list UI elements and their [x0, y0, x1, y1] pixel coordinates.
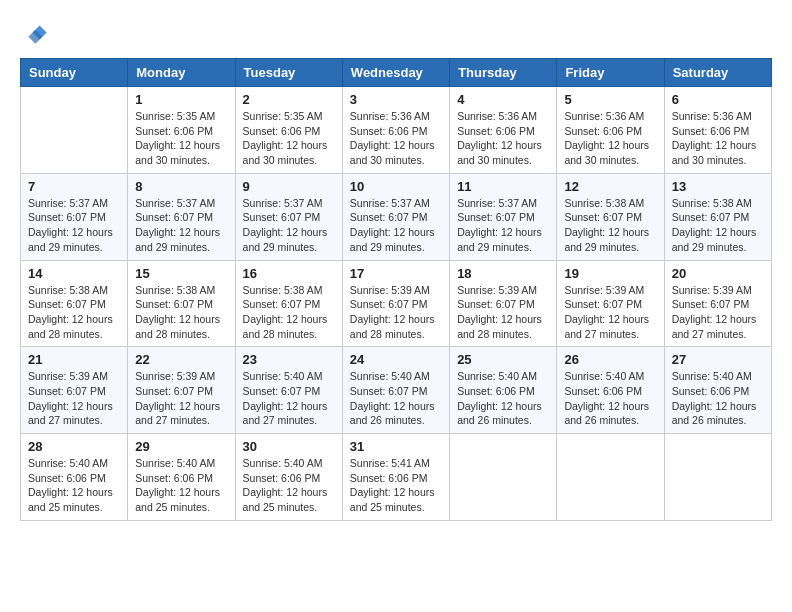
day-info: Sunrise: 5:37 AM Sunset: 6:07 PM Dayligh…	[350, 196, 442, 255]
day-number: 11	[457, 179, 549, 194]
calendar-header-monday: Monday	[128, 59, 235, 87]
calendar-week-row: 1Sunrise: 5:35 AM Sunset: 6:06 PM Daylig…	[21, 87, 772, 174]
day-info: Sunrise: 5:40 AM Sunset: 6:06 PM Dayligh…	[672, 369, 764, 428]
day-number: 15	[135, 266, 227, 281]
day-info: Sunrise: 5:39 AM Sunset: 6:07 PM Dayligh…	[135, 369, 227, 428]
calendar: SundayMondayTuesdayWednesdayThursdayFrid…	[20, 58, 772, 521]
day-number: 19	[564, 266, 656, 281]
day-number: 21	[28, 352, 120, 367]
calendar-header-thursday: Thursday	[450, 59, 557, 87]
calendar-cell	[557, 434, 664, 521]
calendar-week-row: 14Sunrise: 5:38 AM Sunset: 6:07 PM Dayli…	[21, 260, 772, 347]
day-info: Sunrise: 5:39 AM Sunset: 6:07 PM Dayligh…	[457, 283, 549, 342]
day-info: Sunrise: 5:38 AM Sunset: 6:07 PM Dayligh…	[564, 196, 656, 255]
calendar-cell: 17Sunrise: 5:39 AM Sunset: 6:07 PM Dayli…	[342, 260, 449, 347]
day-number: 27	[672, 352, 764, 367]
day-number: 25	[457, 352, 549, 367]
calendar-cell: 25Sunrise: 5:40 AM Sunset: 6:06 PM Dayli…	[450, 347, 557, 434]
calendar-cell: 30Sunrise: 5:40 AM Sunset: 6:06 PM Dayli…	[235, 434, 342, 521]
calendar-cell: 31Sunrise: 5:41 AM Sunset: 6:06 PM Dayli…	[342, 434, 449, 521]
calendar-cell: 28Sunrise: 5:40 AM Sunset: 6:06 PM Dayli…	[21, 434, 128, 521]
calendar-cell	[664, 434, 771, 521]
calendar-cell: 15Sunrise: 5:38 AM Sunset: 6:07 PM Dayli…	[128, 260, 235, 347]
day-number: 17	[350, 266, 442, 281]
day-info: Sunrise: 5:37 AM Sunset: 6:07 PM Dayligh…	[457, 196, 549, 255]
day-info: Sunrise: 5:37 AM Sunset: 6:07 PM Dayligh…	[135, 196, 227, 255]
day-number: 8	[135, 179, 227, 194]
day-number: 29	[135, 439, 227, 454]
calendar-cell	[21, 87, 128, 174]
calendar-cell: 1Sunrise: 5:35 AM Sunset: 6:06 PM Daylig…	[128, 87, 235, 174]
day-number: 22	[135, 352, 227, 367]
day-number: 30	[243, 439, 335, 454]
day-number: 18	[457, 266, 549, 281]
day-info: Sunrise: 5:38 AM Sunset: 6:07 PM Dayligh…	[135, 283, 227, 342]
calendar-cell	[450, 434, 557, 521]
day-number: 28	[28, 439, 120, 454]
day-number: 9	[243, 179, 335, 194]
day-info: Sunrise: 5:39 AM Sunset: 6:07 PM Dayligh…	[350, 283, 442, 342]
day-info: Sunrise: 5:36 AM Sunset: 6:06 PM Dayligh…	[457, 109, 549, 168]
calendar-cell: 19Sunrise: 5:39 AM Sunset: 6:07 PM Dayli…	[557, 260, 664, 347]
calendar-week-row: 28Sunrise: 5:40 AM Sunset: 6:06 PM Dayli…	[21, 434, 772, 521]
calendar-cell: 16Sunrise: 5:38 AM Sunset: 6:07 PM Dayli…	[235, 260, 342, 347]
calendar-cell: 26Sunrise: 5:40 AM Sunset: 6:06 PM Dayli…	[557, 347, 664, 434]
day-info: Sunrise: 5:35 AM Sunset: 6:06 PM Dayligh…	[135, 109, 227, 168]
day-number: 10	[350, 179, 442, 194]
day-info: Sunrise: 5:36 AM Sunset: 6:06 PM Dayligh…	[350, 109, 442, 168]
logo-icon	[20, 20, 48, 48]
calendar-cell: 4Sunrise: 5:36 AM Sunset: 6:06 PM Daylig…	[450, 87, 557, 174]
calendar-cell: 14Sunrise: 5:38 AM Sunset: 6:07 PM Dayli…	[21, 260, 128, 347]
day-number: 24	[350, 352, 442, 367]
calendar-header-sunday: Sunday	[21, 59, 128, 87]
calendar-header-wednesday: Wednesday	[342, 59, 449, 87]
day-number: 6	[672, 92, 764, 107]
calendar-header-friday: Friday	[557, 59, 664, 87]
day-number: 4	[457, 92, 549, 107]
calendar-cell: 10Sunrise: 5:37 AM Sunset: 6:07 PM Dayli…	[342, 173, 449, 260]
day-info: Sunrise: 5:40 AM Sunset: 6:07 PM Dayligh…	[243, 369, 335, 428]
day-number: 31	[350, 439, 442, 454]
calendar-header-tuesday: Tuesday	[235, 59, 342, 87]
day-number: 23	[243, 352, 335, 367]
day-info: Sunrise: 5:39 AM Sunset: 6:07 PM Dayligh…	[672, 283, 764, 342]
calendar-cell: 27Sunrise: 5:40 AM Sunset: 6:06 PM Dayli…	[664, 347, 771, 434]
day-info: Sunrise: 5:39 AM Sunset: 6:07 PM Dayligh…	[28, 369, 120, 428]
day-number: 26	[564, 352, 656, 367]
calendar-cell: 12Sunrise: 5:38 AM Sunset: 6:07 PM Dayli…	[557, 173, 664, 260]
day-info: Sunrise: 5:40 AM Sunset: 6:06 PM Dayligh…	[28, 456, 120, 515]
day-number: 1	[135, 92, 227, 107]
calendar-cell: 21Sunrise: 5:39 AM Sunset: 6:07 PM Dayli…	[21, 347, 128, 434]
day-info: Sunrise: 5:41 AM Sunset: 6:06 PM Dayligh…	[350, 456, 442, 515]
calendar-cell: 22Sunrise: 5:39 AM Sunset: 6:07 PM Dayli…	[128, 347, 235, 434]
calendar-cell: 3Sunrise: 5:36 AM Sunset: 6:06 PM Daylig…	[342, 87, 449, 174]
calendar-header-saturday: Saturday	[664, 59, 771, 87]
calendar-cell: 20Sunrise: 5:39 AM Sunset: 6:07 PM Dayli…	[664, 260, 771, 347]
logo	[20, 20, 52, 48]
day-info: Sunrise: 5:36 AM Sunset: 6:06 PM Dayligh…	[672, 109, 764, 168]
day-number: 20	[672, 266, 764, 281]
calendar-cell: 6Sunrise: 5:36 AM Sunset: 6:06 PM Daylig…	[664, 87, 771, 174]
day-info: Sunrise: 5:40 AM Sunset: 6:06 PM Dayligh…	[243, 456, 335, 515]
day-info: Sunrise: 5:36 AM Sunset: 6:06 PM Dayligh…	[564, 109, 656, 168]
day-number: 3	[350, 92, 442, 107]
day-info: Sunrise: 5:38 AM Sunset: 6:07 PM Dayligh…	[243, 283, 335, 342]
day-number: 2	[243, 92, 335, 107]
calendar-cell: 24Sunrise: 5:40 AM Sunset: 6:07 PM Dayli…	[342, 347, 449, 434]
day-info: Sunrise: 5:37 AM Sunset: 6:07 PM Dayligh…	[28, 196, 120, 255]
day-info: Sunrise: 5:40 AM Sunset: 6:06 PM Dayligh…	[457, 369, 549, 428]
day-number: 12	[564, 179, 656, 194]
calendar-week-row: 7Sunrise: 5:37 AM Sunset: 6:07 PM Daylig…	[21, 173, 772, 260]
day-info: Sunrise: 5:40 AM Sunset: 6:07 PM Dayligh…	[350, 369, 442, 428]
day-number: 16	[243, 266, 335, 281]
day-info: Sunrise: 5:40 AM Sunset: 6:06 PM Dayligh…	[564, 369, 656, 428]
calendar-cell: 2Sunrise: 5:35 AM Sunset: 6:06 PM Daylig…	[235, 87, 342, 174]
day-info: Sunrise: 5:39 AM Sunset: 6:07 PM Dayligh…	[564, 283, 656, 342]
calendar-cell: 18Sunrise: 5:39 AM Sunset: 6:07 PM Dayli…	[450, 260, 557, 347]
page-header	[20, 20, 772, 48]
day-info: Sunrise: 5:35 AM Sunset: 6:06 PM Dayligh…	[243, 109, 335, 168]
calendar-cell: 5Sunrise: 5:36 AM Sunset: 6:06 PM Daylig…	[557, 87, 664, 174]
calendar-cell: 13Sunrise: 5:38 AM Sunset: 6:07 PM Dayli…	[664, 173, 771, 260]
day-number: 7	[28, 179, 120, 194]
calendar-header-row: SundayMondayTuesdayWednesdayThursdayFrid…	[21, 59, 772, 87]
